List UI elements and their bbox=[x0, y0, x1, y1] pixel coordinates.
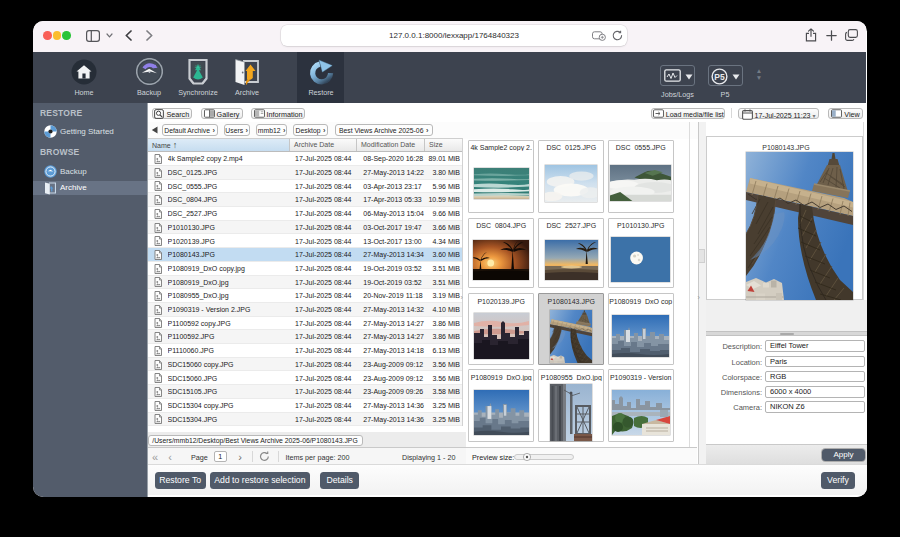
svg-text:P5: P5 bbox=[714, 71, 725, 81]
